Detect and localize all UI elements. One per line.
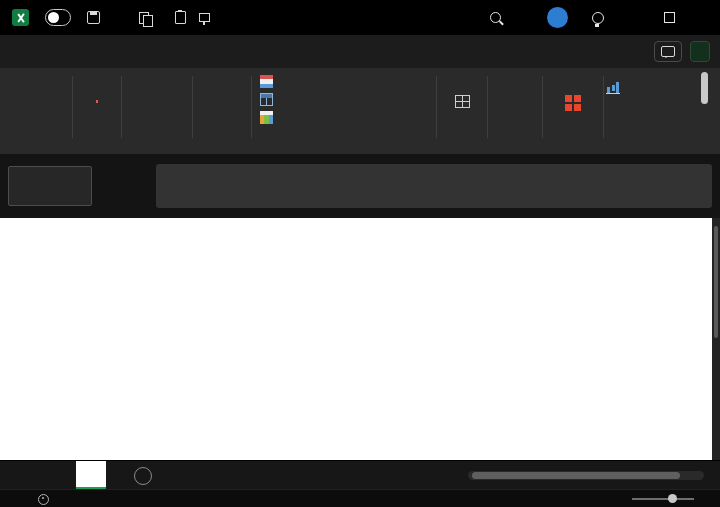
sheet-tab-bar bbox=[0, 460, 720, 490]
cell-styles-icon bbox=[260, 111, 273, 124]
excel-window bbox=[0, 0, 720, 507]
ribbon-group-editing[interactable] bbox=[490, 68, 540, 154]
ribbon-scrollbar[interactable] bbox=[701, 72, 708, 104]
ribbon-group-addins[interactable] bbox=[545, 68, 601, 154]
formula-input[interactable] bbox=[156, 164, 712, 208]
ribbon-group-cells[interactable] bbox=[439, 68, 485, 154]
ribbon-group-styles bbox=[254, 68, 434, 154]
title-bar bbox=[0, 0, 720, 35]
horizontal-scroll-thumb[interactable] bbox=[472, 472, 680, 479]
comments-button[interactable] bbox=[654, 41, 682, 62]
status-bar bbox=[0, 489, 720, 507]
ribbon-divider bbox=[487, 76, 488, 138]
titlebar-right bbox=[490, 0, 720, 35]
maximize-button[interactable] bbox=[652, 0, 686, 35]
horizontal-scrollbar[interactable] bbox=[468, 471, 704, 480]
statusbar-right bbox=[596, 498, 712, 500]
formula-bar bbox=[0, 154, 720, 218]
add-sheet-button[interactable] bbox=[134, 467, 152, 485]
autosave-toggle[interactable] bbox=[45, 9, 71, 26]
ribbon-divider bbox=[121, 76, 122, 138]
menubar-right bbox=[654, 35, 720, 68]
ribbon-divider bbox=[251, 76, 252, 138]
ribbon-group-clipboard[interactable] bbox=[6, 68, 70, 154]
conditional-formatting-icon bbox=[260, 75, 273, 88]
paste-icon[interactable] bbox=[175, 11, 186, 24]
ribbon bbox=[0, 68, 720, 154]
toggle-knob-icon bbox=[48, 12, 59, 23]
accessibility-icon bbox=[38, 494, 49, 505]
vertical-scrollbar[interactable] bbox=[712, 218, 720, 460]
format-as-table-icon bbox=[260, 93, 273, 106]
vertical-scroll-thumb[interactable] bbox=[714, 226, 718, 338]
comment-icon bbox=[661, 46, 675, 57]
ribbon-group-alignment[interactable] bbox=[124, 68, 190, 154]
search-icon[interactable] bbox=[490, 12, 501, 23]
share-button[interactable] bbox=[690, 41, 710, 62]
format-as-table-button[interactable] bbox=[260, 93, 285, 106]
format-painter-icon[interactable] bbox=[199, 13, 210, 22]
addins-icon bbox=[565, 95, 582, 112]
grid bbox=[0, 218, 712, 460]
copy-icon[interactable] bbox=[139, 12, 149, 24]
name-box[interactable] bbox=[8, 166, 92, 206]
excel-logo-icon[interactable] bbox=[12, 9, 29, 26]
ribbon-group-font[interactable] bbox=[75, 68, 119, 154]
cell-styles-button[interactable] bbox=[260, 111, 285, 124]
lightbulb-icon[interactable] bbox=[592, 12, 604, 24]
minimize-button[interactable] bbox=[618, 0, 652, 35]
maximize-icon bbox=[664, 12, 675, 23]
menu-bar bbox=[0, 35, 720, 68]
ribbon-divider bbox=[192, 76, 193, 138]
save-icon[interactable] bbox=[87, 11, 100, 24]
close-button[interactable] bbox=[686, 0, 720, 35]
zoom-slider[interactable] bbox=[632, 498, 694, 500]
zoom-slider-knob[interactable] bbox=[668, 494, 677, 503]
font-color-icon bbox=[96, 100, 98, 103]
ribbon-divider bbox=[603, 76, 604, 138]
conditional-formatting-button[interactable] bbox=[260, 75, 285, 88]
avatar[interactable] bbox=[547, 7, 568, 28]
quick-access-toolbar bbox=[87, 11, 236, 24]
cells-icon bbox=[455, 95, 470, 108]
tabs-right bbox=[448, 471, 720, 480]
analyze-data-icon bbox=[606, 80, 620, 94]
ribbon-divider bbox=[542, 76, 543, 138]
ribbon-divider bbox=[436, 76, 437, 138]
ribbon-group-number[interactable] bbox=[195, 68, 249, 154]
tab-sheet1[interactable] bbox=[76, 461, 106, 490]
ribbon-divider bbox=[72, 76, 73, 138]
